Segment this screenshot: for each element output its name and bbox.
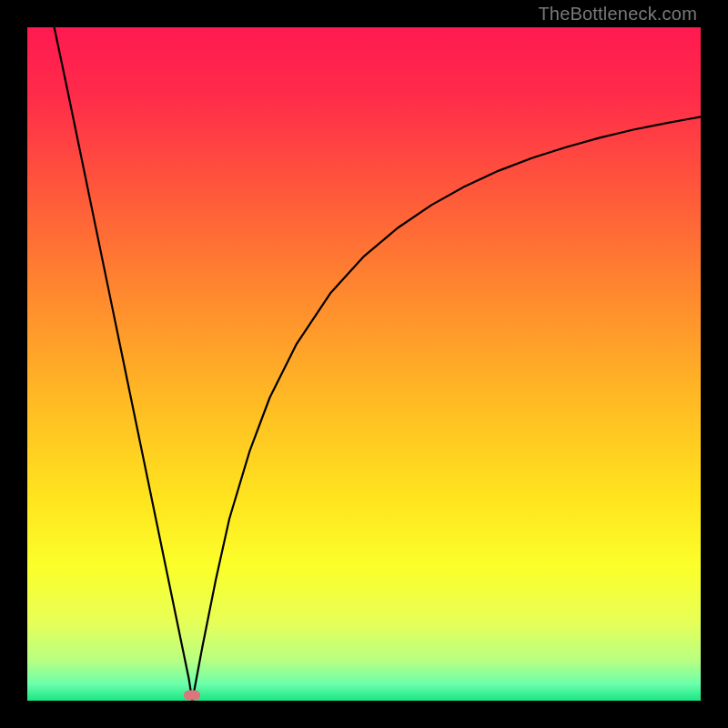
bottleneck-curve [27,27,701,701]
plot-area [27,27,701,701]
chart-frame: TheBottleneck.com [0,0,728,728]
optimum-marker [184,691,200,701]
watermark-text: TheBottleneck.com [538,4,697,25]
